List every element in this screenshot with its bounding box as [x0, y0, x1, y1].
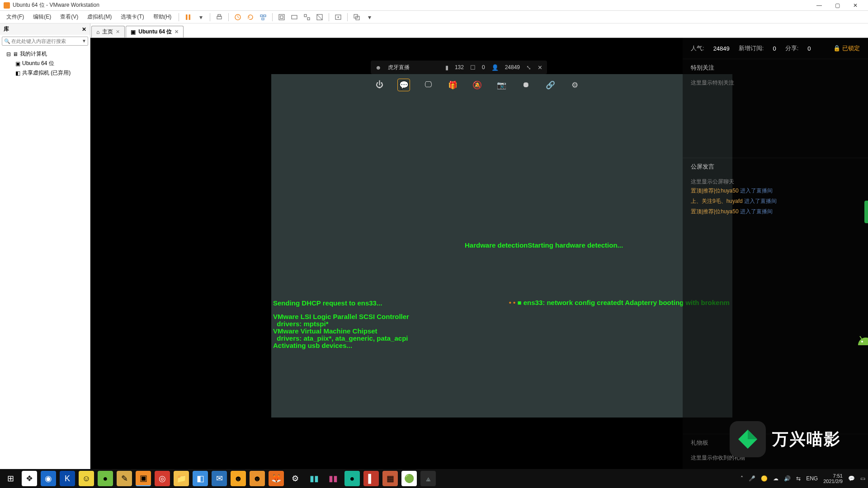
- tray-chevron-icon[interactable]: ˄: [741, 475, 743, 482]
- taskbar-app-icon[interactable]: ●: [98, 471, 113, 486]
- taskbar-firefox-icon[interactable]: 🦊: [269, 471, 284, 486]
- search-dropdown-icon[interactable]: ▼: [82, 38, 86, 43]
- pause-icon[interactable]: [183, 12, 193, 23]
- shared-icon: ◧: [15, 70, 20, 76]
- tab-home[interactable]: ⌂ 主页 ✕: [91, 26, 125, 38]
- taskbar-app-icon[interactable]: ✎: [117, 471, 132, 486]
- taskbar-app-icon[interactable]: ◎: [155, 471, 170, 486]
- taskbar-app-icon[interactable]: ❖: [22, 471, 37, 486]
- stream-close-icon[interactable]: ✕: [538, 64, 542, 71]
- tree-item-shared-vms[interactable]: ◧ 共享虚拟机 (已弃用): [3, 68, 87, 78]
- tab-label: Ubuntu 64 位: [138, 28, 172, 36]
- gift-icon[interactable]: 🎁: [446, 79, 459, 91]
- menu-view[interactable]: 查看(V): [57, 12, 82, 22]
- tree-root-my-computer[interactable]: ⊟ 🖥 我的计算机: [3, 49, 87, 59]
- tray-app-icon[interactable]: 🟡: [761, 475, 768, 482]
- settings-gear-icon[interactable]: ⚙: [568, 79, 581, 91]
- windows-taskbar[interactable]: ⊞ ❖ ◉ K ☺ ● ✎ ▣ ◎ 📁 ◧ ✉ ☻ ☻ 🦊 ⚙ ▮▮ ▮▮ ● …: [0, 469, 868, 488]
- collapse-icon[interactable]: ⤡: [526, 64, 531, 71]
- title-bar: Ubuntu 64 位 - VMware Workstation — ▢ ✕: [0, 0, 868, 11]
- maximize-button[interactable]: ▢: [828, 0, 846, 11]
- system-tray[interactable]: ˄ 🎤 🟡 ☁ 🔊 ⇆ ENG 7:51 2021/2/9 💬 ▭: [741, 473, 865, 484]
- taskbar-explorer-icon[interactable]: 📁: [174, 471, 189, 486]
- close-button[interactable]: ✕: [846, 0, 864, 11]
- tab-close-icon[interactable]: ✕: [175, 29, 179, 35]
- stream-titlebar[interactable]: ☻ 虎牙直播 ▮ 132 ☐ 0 👤 24849 ⤡ ✕: [371, 61, 547, 74]
- camera-icon[interactable]: 📷: [495, 79, 508, 91]
- minimize-button[interactable]: —: [810, 0, 828, 11]
- taskbar-app-icon[interactable]: ⟁: [420, 471, 436, 486]
- console-view-icon[interactable]: [289, 12, 300, 23]
- taskbar-chrome-icon[interactable]: 🟢: [401, 471, 417, 486]
- menu-help[interactable]: 帮助(H): [150, 12, 175, 22]
- fullscreen-icon[interactable]: [302, 12, 312, 23]
- tray-action-center-icon[interactable]: ▭: [860, 475, 865, 482]
- tray-volume-icon[interactable]: 🔊: [784, 475, 791, 482]
- taskbar-app-icon[interactable]: ●: [344, 471, 360, 486]
- watermark-text: 万兴喵影: [772, 428, 841, 450]
- taskbar-mail-icon[interactable]: ✉: [212, 471, 227, 486]
- tray-mic-icon[interactable]: 🎤: [749, 475, 755, 482]
- tab-ubuntu-vm[interactable]: ▣ Ubuntu 64 位 ✕: [126, 26, 184, 38]
- tray-cloud-icon[interactable]: ☁: [773, 475, 778, 482]
- power-icon[interactable]: ⏻: [373, 79, 386, 91]
- taskbar-app-icon[interactable]: ◧: [193, 471, 208, 486]
- menu-vm[interactable]: 虚拟机(M): [84, 12, 115, 22]
- snapshot-manager-icon[interactable]: [258, 12, 269, 23]
- menu-tabs[interactable]: 选项卡(T): [117, 12, 147, 22]
- search-icon: 🔍: [4, 38, 10, 44]
- taskbar-app-icon[interactable]: ▌: [363, 471, 379, 486]
- fit-guest-icon[interactable]: [276, 12, 287, 23]
- doc-icon: ☐: [470, 64, 476, 71]
- tray-ime[interactable]: ENG: [806, 475, 818, 482]
- tree-item-ubuntu[interactable]: ▣ Ubuntu 64 位: [3, 59, 87, 68]
- console-line: VMware LSI Logic Parallel SCSI Controlle…: [273, 313, 409, 320]
- snapshot-clock-icon[interactable]: [232, 12, 243, 23]
- taskbar-app-icon[interactable]: ☻: [250, 471, 265, 486]
- start-button[interactable]: ⊞: [3, 471, 18, 486]
- taskbar-app-icon[interactable]: ▦: [382, 471, 398, 486]
- taskbar-settings-icon[interactable]: ⚙: [288, 471, 303, 486]
- link-icon[interactable]: 🔗: [544, 79, 557, 91]
- snapshot-revert-icon[interactable]: [245, 12, 256, 23]
- enter-fullscreen-icon[interactable]: [333, 12, 344, 23]
- taskbar-app-icon[interactable]: ◉: [41, 471, 56, 486]
- dropdown2-icon[interactable]: ▾: [364, 12, 375, 23]
- taskbar-vmware-icon[interactable]: ▣: [136, 471, 151, 486]
- taskbar-app-icon[interactable]: ▮▮: [307, 471, 322, 486]
- tray-time: 7:51: [823, 473, 843, 479]
- svg-rect-8: [279, 14, 284, 20]
- svg-rect-5: [260, 15, 263, 17]
- print-icon[interactable]: [214, 12, 225, 23]
- stream-logo-icon: ☻: [375, 64, 382, 71]
- console-line: drivers: mptspi*: [273, 320, 329, 328]
- cycle-multi-icon[interactable]: [351, 12, 362, 23]
- unity-icon[interactable]: [314, 12, 325, 23]
- taskbar-app-icon[interactable]: K: [60, 471, 75, 486]
- tab-close-icon[interactable]: ✕: [116, 29, 120, 35]
- tree-item-label: Ubuntu 64 位: [22, 60, 54, 67]
- menu-edit[interactable]: 编辑(E): [29, 12, 55, 22]
- record-icon[interactable]: ⏺: [519, 79, 532, 91]
- dropdown-icon[interactable]: ▾: [195, 12, 206, 23]
- taskbar-app-icon[interactable]: ☺: [79, 471, 94, 486]
- lock-status[interactable]: 🔒 已锁定: [833, 44, 860, 52]
- svg-rect-3: [218, 14, 221, 16]
- section-special-follow: 特别关注: [683, 59, 868, 76]
- chat-icon[interactable]: 💬: [397, 79, 410, 91]
- side-tab-handle[interactable]: [864, 201, 868, 223]
- tray-clock[interactable]: 7:51 2021/2/9: [823, 473, 843, 484]
- taskbar-app-icon[interactable]: ▮▮: [326, 471, 341, 486]
- stream-controls: ⏻ 💬 🖵 🎁 🔕 📷 ⏺ 🔗 ⚙: [373, 79, 581, 91]
- tray-network-icon[interactable]: ⇆: [796, 475, 801, 482]
- person-icon: 👤: [491, 64, 499, 71]
- screen-share-icon[interactable]: 🖵: [422, 79, 434, 91]
- vm-display-area[interactable]: Hardware detectionStarting hardware dete…: [90, 38, 868, 475]
- tray-notifications-icon[interactable]: 💬: [848, 475, 855, 482]
- bell-off-icon[interactable]: 🔕: [471, 79, 483, 91]
- sidebar-close-icon[interactable]: ✕: [82, 26, 86, 33]
- library-search-input[interactable]: [2, 37, 88, 46]
- menu-file[interactable]: 文件(F): [3, 12, 28, 22]
- computer-icon: 🖥: [13, 51, 18, 57]
- taskbar-app-icon[interactable]: ☻: [231, 471, 246, 486]
